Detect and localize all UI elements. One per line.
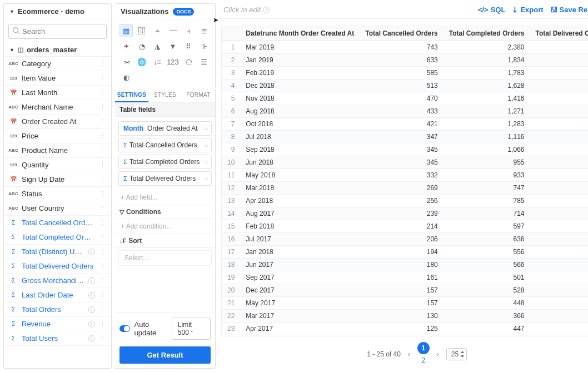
dimension-field[interactable]: 123Price⋮ <box>4 129 111 143</box>
measure-field[interactable]: ΣTotal Delivered Orders⋮ <box>4 259 111 274</box>
sort-select[interactable]: Select... <box>118 250 212 266</box>
dimension-field[interactable]: ABCMerchant Name⋮ <box>4 100 111 115</box>
sort-heading[interactable]: ↓F Sort <box>115 234 215 248</box>
chip-handle-icon[interactable]: › › <box>205 159 207 165</box>
tab-format[interactable]: FORMAT <box>182 88 215 102</box>
add-condition-button[interactable]: + Add condition... <box>115 219 215 234</box>
add-field-button[interactable]: + Add field... <box>115 190 215 205</box>
measure-field[interactable]: ΣTotal Usersi⋮ <box>4 331 111 346</box>
column-header[interactable]: Datetrunc Month Order Created At <box>240 26 360 41</box>
more-icon[interactable]: ⋮ <box>98 161 107 168</box>
docs-pill[interactable]: DOCS <box>173 8 194 16</box>
more-icon[interactable]: ⋮ <box>98 118 107 125</box>
table-row[interactable]: 7Oct 20184211,2831,206 <box>222 118 588 131</box>
more-icon[interactable]: ⋮ <box>98 205 107 212</box>
dimension-field[interactable]: 123Quantity⋮ <box>4 158 111 172</box>
get-result-button[interactable]: Get Result <box>119 346 211 364</box>
more-icon[interactable]: ⋮ <box>98 262 107 270</box>
info-icon[interactable]: i <box>88 277 95 284</box>
search-box[interactable] <box>8 24 107 39</box>
info-icon[interactable]: i <box>88 335 95 342</box>
table-row[interactable]: 18Jun 2017180566532 <box>222 259 588 271</box>
table-icon[interactable]: ▦ <box>119 24 133 37</box>
chip-handle-icon[interactable]: › › <box>205 176 207 182</box>
conditions-heading[interactable]: ▽ Conditions <box>115 205 215 219</box>
scatter-icon[interactable]: ⠿ <box>182 39 195 53</box>
measure-field[interactable]: ΣTotal (Distinct) Usersi⋮ <box>4 245 111 259</box>
viz-field-chip[interactable]: MonthOrder Created At› › <box>118 121 212 136</box>
table-row[interactable]: 22Mar 2017130366344 <box>222 310 588 323</box>
page-prev[interactable]: ‹ <box>406 350 412 358</box>
table-row[interactable]: 11May 2018332933873 <box>222 169 588 182</box>
info-icon[interactable]: i <box>88 306 95 313</box>
more-icon[interactable]: ⋮ <box>98 248 107 255</box>
table-row[interactable]: 3Feb 20195851,7831,652 <box>222 67 588 80</box>
table-row[interactable]: 6Aug 20184331,2711,185 <box>222 105 588 118</box>
area-icon[interactable]: ⫩ <box>119 39 133 53</box>
table-row[interactable]: 1Mar 20197432,3802,212 <box>222 41 588 54</box>
page-number[interactable]: 1 <box>417 342 430 354</box>
measure-field[interactable]: ΣGross Merchandise V...i⋮ <box>4 274 111 288</box>
measure-field[interactable]: ΣRevenuei⋮ <box>4 317 111 331</box>
more-icon[interactable]: ⋮ <box>98 291 107 299</box>
result-table-wrapper[interactable]: Datetrunc Month Order Created AtTotal Ca… <box>221 26 588 336</box>
chip-handle-icon[interactable]: › › <box>205 142 207 148</box>
dimension-field[interactable]: ABCUser Country⋮ <box>4 201 111 216</box>
hbar-icon[interactable]: ≣ <box>197 24 211 37</box>
table-row[interactable]: 19Sep 2017161501460 <box>222 271 588 284</box>
combo-icon[interactable]: ◮ <box>151 39 164 53</box>
info-icon[interactable]: i <box>88 321 95 328</box>
dimension-field[interactable]: ABCStatus⋮ <box>4 187 111 201</box>
tab-settings[interactable]: SETTINGS <box>115 88 148 102</box>
table-row[interactable]: 15Feb 2018214597552 <box>222 220 588 233</box>
tab-styles[interactable]: STYLES <box>148 88 182 102</box>
more-icon[interactable]: ⋮ <box>98 132 107 140</box>
dimension-field[interactable]: ABCCategory⋮ <box>4 57 111 71</box>
table-row[interactable]: 12Mar 2018269747696 <box>222 182 588 195</box>
more-icon[interactable]: ⋮ <box>98 306 107 313</box>
search-input[interactable] <box>22 27 103 36</box>
table-row[interactable]: 16Jul 2017206636601 <box>222 233 588 246</box>
more-icon[interactable]: ⋮ <box>98 176 107 183</box>
polygon-icon[interactable]: ⬠ <box>182 55 195 68</box>
dimension-field[interactable]: 123Item Value⋮ <box>4 71 111 86</box>
page-number[interactable]: 2 <box>417 354 430 366</box>
chip-handle-icon[interactable]: › › <box>205 126 207 132</box>
page-size-select[interactable]: 25 <box>446 348 467 360</box>
dimension-field[interactable]: ABCProduct Name⋮ <box>4 143 111 158</box>
measure-field[interactable]: ΣTotal Ordersi⋮ <box>4 302 111 317</box>
save-result-button[interactable]: 🖫 Save Result as <box>550 6 588 14</box>
table-row[interactable]: 5Nov 20184701,4161,320 <box>222 92 588 105</box>
more-icon[interactable]: ⋮ <box>98 234 107 241</box>
pivot-icon[interactable]: ⿲ <box>135 24 148 37</box>
table-row[interactable]: 14Aug 2017239714673 <box>222 207 588 220</box>
hstack-icon[interactable]: ⫘ <box>119 55 133 68</box>
dataset-section[interactable]: ▼ ◫ orders_master <box>4 43 111 57</box>
gauge-icon[interactable]: ◐ <box>119 71 133 84</box>
more-icon[interactable]: ⋮ <box>98 89 107 96</box>
sort-icon[interactable]: ↓≡ <box>151 55 164 68</box>
title-editor[interactable]: Click to edit i <box>223 6 270 14</box>
dimension-field[interactable]: 📅Last Month⋮ <box>4 86 111 100</box>
stacked-icon[interactable]: ⊪ <box>197 39 211 53</box>
more-icon[interactable]: ⋮ <box>98 75 107 82</box>
table-row[interactable]: 2Jan 20196331,8341,700 <box>222 54 588 67</box>
column-header[interactable]: Total Completed Orders <box>444 26 530 41</box>
number-icon[interactable]: 123 <box>166 55 180 68</box>
table-row[interactable]: 10Jun 2018345955902 <box>222 156 588 169</box>
table-row[interactable]: 8Jul 20183471,1161,052 <box>222 131 588 143</box>
rownum-header[interactable] <box>222 26 240 41</box>
column-header[interactable]: Total Delivered Orders <box>530 26 588 41</box>
globe-icon[interactable]: 🌐 <box>135 55 148 68</box>
info-icon[interactable]: i <box>88 292 95 299</box>
export-button[interactable]: ⤓ Export <box>512 6 543 14</box>
table-row[interactable]: 20Dec 2017157528490 <box>222 284 588 297</box>
measure-field[interactable]: ΣTotal Cancelled Orders⋮ <box>4 216 111 230</box>
viz-field-chip[interactable]: ΣTotal Cancelled Orders› › <box>118 138 212 152</box>
dimension-field[interactable]: 📅Order Created At⋮ <box>4 115 111 129</box>
line-icon[interactable]: 〰 <box>166 24 180 37</box>
pie-icon[interactable]: ◔ <box>135 39 148 53</box>
table-row[interactable]: 4Dec 20185131,6281,523 <box>222 80 588 92</box>
viz-field-chip[interactable]: ΣTotal Delivered Orders› › <box>118 171 212 186</box>
more-icon[interactable]: ⋮ <box>98 103 107 111</box>
